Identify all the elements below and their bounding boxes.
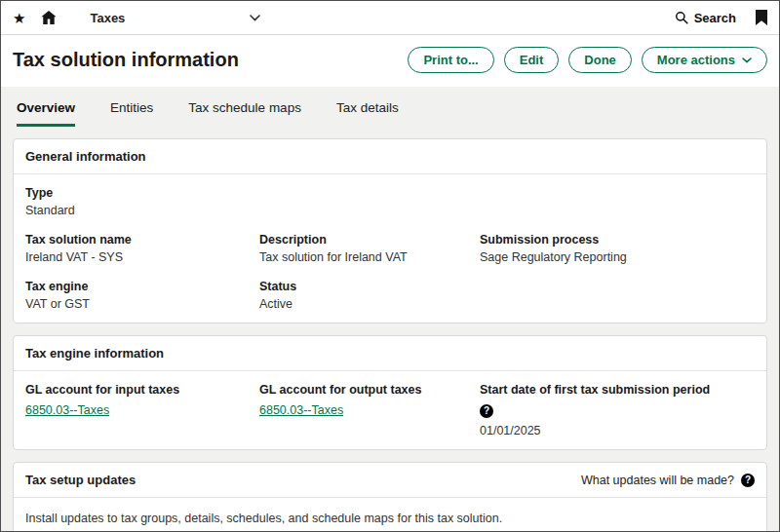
header-buttons: Print to... Edit Done More actions [408,47,767,73]
tax-engine-information-title: Tax engine information [25,346,164,361]
field-tax-engine-value: VAT or GST [25,297,259,311]
field-status-value: Active [259,297,480,311]
content: General information Type Standard Tax so… [1,127,779,531]
field-submission-process: Submission process Sage Regulatory Repor… [480,233,755,264]
field-type-value: Standard [25,204,755,217]
field-submission-process-value: Sage Regulatory Reporting [480,250,755,264]
field-submission-process-label: Submission process [480,233,755,247]
field-type-label: Type [25,186,755,200]
field-gl-output-taxes: GL account for output taxes 6850.03--Tax… [259,383,480,437]
general-information-title: General information [25,149,146,164]
field-description-value: Tax solution for Ireland VAT [259,250,480,264]
module-select-value: Taxes [90,11,125,25]
done-button[interactable]: Done [568,47,632,73]
field-tax-solution-name: Tax solution name Ireland VAT - SYS [25,233,259,264]
topbar-right: Search [675,10,767,25]
tax-engine-information-header: Tax engine information [14,336,766,371]
topbar-left: ★ Taxes [13,11,260,25]
module-select[interactable]: Taxes [90,11,260,25]
field-start-date: Start date of first tax submission perio… [480,383,755,437]
tax-engine-information-body: GL account for input taxes 6850.03--Taxe… [14,371,766,449]
search-button[interactable]: Search [675,11,736,25]
search-label: Search [694,11,736,25]
more-actions-label: More actions [657,53,735,67]
field-status-label: Status [259,280,480,293]
chevron-down-icon [250,15,260,21]
bookmark-icon[interactable] [756,10,767,25]
page-header: Tax solution information Print to... Edi… [1,35,779,87]
what-updates-help-icon: ? [741,474,755,487]
general-information-card: General information Type Standard Tax so… [13,138,767,323]
field-gl-output-taxes-label: GL account for output taxes [259,383,480,397]
start-date-help-icon[interactable]: ? [480,404,493,418]
tab-tax-details[interactable]: Tax details [336,100,399,127]
tax-setup-updates-body: Install updates to tax groups, details, … [14,498,766,531]
gl-input-taxes-link[interactable]: 6850.03--Taxes [25,403,109,417]
tab-overview[interactable]: Overview [17,100,75,127]
field-description-label: Description [259,233,480,247]
chevron-down-icon [742,57,752,63]
tax-setup-description: Install updates to tax groups, details, … [25,512,755,525]
what-updates-help-label: What updates will be made? [581,474,734,487]
field-start-date-label: Start date of first tax submission perio… [480,383,755,397]
field-tax-solution-name-label: Tax solution name [25,233,259,247]
general-information-header: General information [14,139,766,174]
tax-setup-updates-card: Tax setup updates What updates will be m… [13,462,767,531]
topbar: ★ Taxes Search [1,1,779,35]
general-information-body: Type Standard Tax solution name Ireland … [14,174,766,323]
tabbar: Overview Entities Tax schedule maps Tax … [1,87,779,127]
search-icon [675,11,688,24]
field-gl-input-taxes: GL account for input taxes 6850.03--Taxe… [25,383,259,437]
field-description: Description Tax solution for Ireland VAT [259,233,480,264]
page-title: Tax solution information [13,49,239,71]
print-to-button[interactable]: Print to... [408,47,493,73]
gl-output-taxes-link[interactable]: 6850.03--Taxes [259,403,343,417]
favorites-star-icon[interactable]: ★ [13,11,25,25]
tax-setup-updates-header: Tax setup updates What updates will be m… [14,463,766,498]
home-icon[interactable] [41,11,57,24]
what-updates-help[interactable]: What updates will be made? ? [581,474,755,487]
tab-entities[interactable]: Entities [110,100,153,127]
field-tax-engine: Tax engine VAT or GST [25,280,259,311]
more-actions-button[interactable]: More actions [642,47,767,73]
edit-button[interactable]: Edit [504,47,560,73]
field-tax-solution-name-value: Ireland VAT - SYS [25,250,259,264]
field-tax-engine-label: Tax engine [25,280,259,293]
tax-setup-updates-title: Tax setup updates [25,473,136,487]
field-start-date-value: 01/01/2025 [480,424,755,437]
tab-tax-schedule-maps[interactable]: Tax schedule maps [188,100,301,127]
app-window: ★ Taxes Search [0,0,780,532]
field-type: Type Standard [25,186,755,217]
field-status: Status Active [259,280,480,311]
tax-engine-information-card: Tax engine information GL account for in… [13,335,767,450]
field-gl-input-taxes-label: GL account for input taxes [25,383,259,397]
